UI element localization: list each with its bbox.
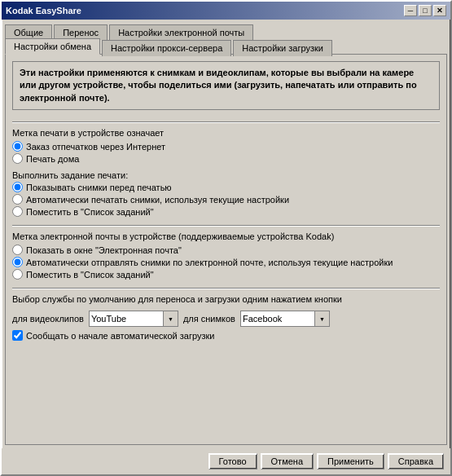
print-sub-radio-group: Показывать снимки перед печатью Автомати…	[12, 182, 440, 217]
radio-show-email[interactable]: Показать в окне "Электронная почта"	[12, 245, 440, 255]
description-box: Эти настройки применяются к снимкам и ви…	[12, 61, 440, 110]
radio-queue-email[interactable]: Поместить в "Список заданий"	[12, 269, 440, 280]
radio-order-online-label: Заказ отпечатков через Интернет	[26, 142, 165, 152]
close-button[interactable]: ✕	[433, 5, 446, 16]
content-area: Общие Перенос Настройки электронной почт…	[2, 20, 450, 448]
auto-upload-label: Сообщать о начале автоматической загрузк…	[26, 331, 214, 341]
photo-dropdown[interactable]: Facebook Flickr Kodak Gallery	[240, 311, 330, 327]
radio-auto-print[interactable]: Автоматически печатать снимки, используя…	[12, 194, 440, 205]
main-window: Kodak EasyShare ─ □ ✕ Общие Перенос Наст…	[0, 0, 452, 476]
tab-panel: Эти настройки применяются к снимкам и ви…	[5, 54, 447, 445]
separator-1	[12, 121, 440, 123]
video-select[interactable]: YouTube Flickr	[90, 311, 178, 326]
radio-auto-print-label: Автоматически печатать снимки, используя…	[26, 195, 289, 205]
title-bar: Kodak EasyShare ─ □ ✕	[2, 2, 450, 20]
radio-print-home[interactable]: Печать дома	[12, 153, 440, 164]
radio-queue-email-label: Поместить в "Список заданий"	[26, 270, 154, 280]
dropdown-row: для видеоклипов YouTube Flickr для снимк…	[12, 311, 440, 327]
done-button[interactable]: Готово	[208, 453, 257, 469]
radio-show-email-input[interactable]	[12, 245, 23, 255]
photo-label: для снимков	[183, 314, 235, 324]
radio-show-before-input[interactable]	[12, 182, 23, 192]
help-button[interactable]: Справка	[388, 453, 444, 469]
radio-order-online-input[interactable]	[12, 141, 23, 152]
video-dropdown[interactable]: YouTube Flickr	[89, 311, 178, 327]
radio-queue-print-label: Поместить в "Список заданий"	[26, 207, 154, 217]
tabs-row-1: Общие Перенос Настройки электронной почт…	[5, 23, 447, 38]
radio-auto-print-input[interactable]	[12, 194, 23, 205]
tab-exchange[interactable]: Настройки обмена	[5, 38, 100, 55]
separator-2	[12, 225, 440, 227]
cancel-button[interactable]: Отмена	[261, 453, 314, 469]
window-title: Kodak EasyShare	[6, 6, 81, 15]
radio-show-before-label: Показывать снимки перед печатью	[26, 183, 172, 192]
radio-auto-send[interactable]: Автоматически отправлять снимки по элект…	[12, 257, 440, 267]
radio-print-home-label: Печать дома	[26, 154, 79, 164]
tab-proxy[interactable]: Настройки прокси-сервера	[102, 40, 231, 56]
photo-select[interactable]: Facebook Flickr Kodak Gallery	[241, 311, 329, 326]
checkbox-row: Сообщать о начале автоматической загрузк…	[12, 330, 440, 341]
radio-auto-send-input[interactable]	[12, 257, 23, 267]
radio-show-before[interactable]: Показывать снимки перед печатью	[12, 182, 440, 192]
tab-upload[interactable]: Настройки загрузки	[233, 40, 332, 56]
radio-show-email-label: Показать в окне "Электронная почта"	[26, 245, 182, 255]
maximize-button[interactable]: □	[419, 5, 432, 16]
email-section-label: Метка электронной почты в устройстве (по…	[12, 231, 440, 241]
radio-queue-print-input[interactable]	[12, 206, 23, 217]
tab-email-settings[interactable]: Настройки электронной почты	[109, 24, 253, 40]
radio-auto-send-label: Автоматически отправлять снимки по элект…	[26, 258, 393, 267]
radio-order-online[interactable]: Заказ отпечатков через Интернет	[12, 141, 440, 152]
print-sub-label: Выполнить задание печати:	[12, 170, 440, 180]
minimize-button[interactable]: ─	[404, 5, 417, 16]
description-text: Эти настройки применяются к снимкам и ви…	[20, 68, 417, 103]
apply-button[interactable]: Применить	[317, 453, 384, 469]
title-bar-buttons: ─ □ ✕	[404, 5, 446, 16]
separator-3	[12, 288, 440, 289]
email-radio-group: Показать в окне "Электронная почта" Авто…	[12, 245, 440, 280]
radio-queue-print[interactable]: Поместить в "Список заданий"	[12, 206, 440, 217]
footer: Готово Отмена Применить Справка	[2, 448, 450, 474]
auto-upload-checkbox[interactable]	[12, 330, 23, 341]
service-section-label: Выбор службы по умолчанию для переноса и…	[12, 294, 440, 304]
print-section-label: Метка печати в устройстве означает	[12, 128, 440, 138]
tabs-row-2: Настройки обмена Настройки прокси-сервер…	[5, 38, 447, 55]
radio-print-home-input[interactable]	[12, 153, 23, 164]
print-radio-group: Заказ отпечатков через Интернет Печать д…	[12, 141, 440, 164]
radio-queue-email-input[interactable]	[12, 269, 23, 280]
video-label: для видеоклипов	[12, 314, 84, 324]
